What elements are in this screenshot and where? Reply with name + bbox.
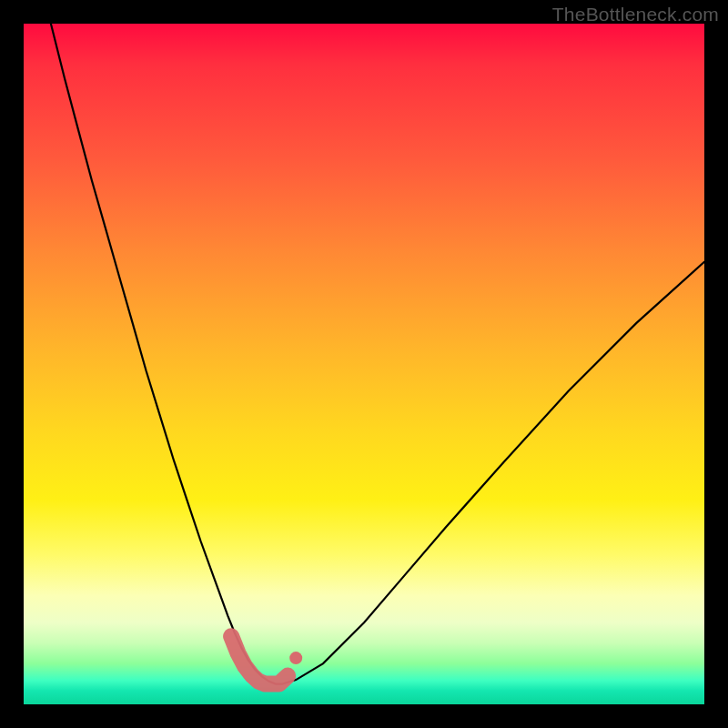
highlight-band-stroke — [231, 636, 288, 683]
chart-frame: TheBottleneck.com — [0, 0, 728, 728]
curve-layer — [24, 24, 704, 704]
highlight-markers — [289, 652, 302, 664]
plot-area — [24, 24, 704, 704]
bottleneck-curve — [51, 24, 704, 684]
marker-dot — [289, 652, 302, 664]
watermark-text: TheBottleneck.com — [552, 4, 719, 25]
